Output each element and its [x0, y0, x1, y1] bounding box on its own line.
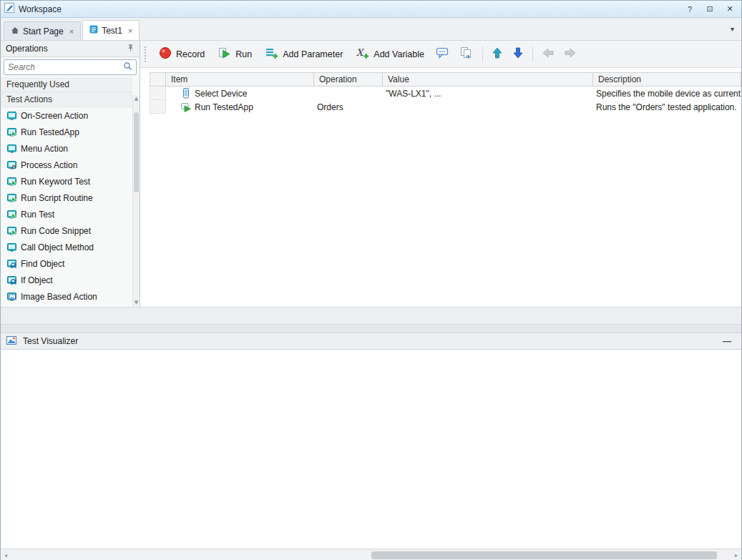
- scroll-up-icon[interactable]: ▲: [133, 95, 140, 103]
- search-icon[interactable]: [123, 62, 132, 73]
- move-up-button[interactable]: [488, 44, 507, 64]
- column-header-description[interactable]: Description: [593, 72, 741, 87]
- operation-label: Run TestedApp: [21, 127, 79, 137]
- svg-text:X: X: [356, 47, 365, 58]
- search-input[interactable]: [8, 62, 120, 72]
- item-label: Run TestedApp: [195, 102, 253, 112]
- operations-panel-header: Operations: [1, 41, 140, 57]
- grid-row[interactable]: Run TestedAppOrdersRuns the "Orders" tes…: [150, 100, 741, 114]
- operation-item[interactable]: Run Keyword Test: [1, 173, 132, 190]
- visualizer-minimize-button[interactable]: —: [718, 336, 736, 346]
- find-icon: [6, 260, 16, 268]
- record-label: Record: [176, 49, 205, 59]
- keyword-test-grid: ItemOperationValueDescription Select Dev…: [140, 68, 741, 307]
- scrollbar-thumb[interactable]: [371, 551, 717, 559]
- operation-label: Run Script Routine: [21, 193, 93, 203]
- operation-item[interactable]: Menu Action: [1, 140, 132, 157]
- back-button[interactable]: [538, 44, 558, 64]
- horizontal-scrollbar[interactable]: ◂ ▸: [1, 549, 741, 560]
- run-icon: [6, 210, 16, 219]
- maximize-button[interactable]: ⊡: [702, 3, 718, 16]
- item-cell: Select Device: [166, 88, 314, 99]
- operations-group-header[interactable]: Test Actions: [1, 92, 132, 107]
- tab-list-dropdown-icon[interactable]: ▾: [731, 25, 734, 33]
- screen-icon: [6, 144, 16, 153]
- visualizer-icon: [6, 335, 18, 348]
- column-header-operation[interactable]: Operation: [314, 72, 383, 87]
- operation-item[interactable]: Run Code Snippet: [1, 222, 132, 239]
- operation-label: Image Based Action: [21, 292, 97, 302]
- scrollbar-track[interactable]: [11, 551, 731, 560]
- workspace-window: Workspace ? ⊡ ✕ Start Page×Test1× ▾ Oper…: [0, 0, 742, 560]
- sidebar-scrollbar[interactable]: ▲ ▼: [132, 95, 140, 307]
- tab-close-icon[interactable]: ×: [69, 27, 74, 36]
- editor-panel-tabs: [1, 307, 741, 324]
- operation-item[interactable]: On-Screen Action: [1, 107, 132, 124]
- scroll-right-icon[interactable]: ▸: [731, 552, 741, 559]
- gear-icon: [6, 161, 16, 170]
- operation-label: Run Code Snippet: [21, 226, 91, 236]
- add-variable-icon: X: [356, 46, 369, 62]
- operations-group-header[interactable]: Frequently Used: [1, 77, 132, 92]
- add-parameter-button[interactable]: Add Parameter: [260, 44, 348, 64]
- operation-label: Menu Action: [21, 144, 68, 154]
- operation-item[interactable]: Call Object Method: [1, 239, 132, 255]
- toolbar-grip[interactable]: [145, 46, 147, 62]
- operation-item[interactable]: Run Script Routine: [1, 190, 132, 206]
- grid-body: Select Device"WAS-LX1", ...Specifies the…: [150, 87, 741, 114]
- add-variable-button[interactable]: X Add Variable: [351, 44, 430, 64]
- run-icon: [6, 177, 16, 186]
- run-icon: [218, 46, 231, 62]
- image-icon: [6, 293, 16, 301]
- pin-icon[interactable]: [127, 44, 135, 54]
- add-parameter-icon: [265, 46, 278, 62]
- grid-row[interactable]: Select Device"WAS-LX1", ...Specifies the…: [150, 87, 741, 100]
- scroll-down-icon[interactable]: ▼: [133, 299, 140, 307]
- gutter-cell: [150, 100, 166, 114]
- toolbar: Record Run Add Parameter X Add Variable: [140, 41, 741, 68]
- move-down-button[interactable]: [509, 44, 527, 64]
- operation-item[interactable]: If Object: [1, 272, 132, 288]
- operation-label: If Object: [21, 275, 53, 285]
- run-icon: [6, 194, 16, 202]
- operation-label: Process Action: [21, 160, 77, 170]
- value-cell: "WAS-LX1", ...: [383, 89, 593, 99]
- comment-button[interactable]: [432, 44, 454, 64]
- sidebar-scrollbar-thumb[interactable]: [134, 112, 139, 192]
- operation-label: Find Object: [21, 259, 64, 269]
- gutter-header: [150, 72, 166, 87]
- record-button[interactable]: Record: [153, 44, 210, 64]
- operation-item[interactable]: Run Test: [1, 206, 132, 222]
- runapp-icon: [180, 102, 192, 112]
- column-header-item[interactable]: Item: [166, 72, 314, 87]
- operations-panel: Operations Frequently UsedTest ActionsOn…: [1, 41, 140, 307]
- add-parameter-label: Add Parameter: [283, 49, 343, 59]
- column-header-value[interactable]: Value: [383, 72, 593, 87]
- forward-button[interactable]: [560, 44, 580, 64]
- operations-title: Operations: [6, 44, 48, 54]
- tab-label: Start Page: [23, 26, 64, 36]
- operation-label: Run Test: [21, 210, 54, 220]
- close-button[interactable]: ✕: [722, 3, 738, 16]
- test-visualizer-frames: [1, 350, 741, 549]
- description-cell: Runs the "Orders" tested application.: [593, 102, 741, 112]
- help-button[interactable]: ?: [682, 3, 698, 16]
- splitter[interactable]: [1, 324, 741, 333]
- operation-item[interactable]: Find Object: [1, 255, 132, 272]
- operation-item[interactable]: Process Action: [1, 157, 132, 173]
- operations-list: Frequently UsedTest ActionsOn-Screen Act…: [1, 77, 140, 307]
- copy-step-button[interactable]: [456, 44, 477, 64]
- tab-close-icon[interactable]: ×: [128, 26, 132, 35]
- grid-row-cells: Select Device"WAS-LX1", ...Specifies the…: [166, 87, 741, 100]
- gutter-cell: [150, 87, 166, 100]
- operation-item[interactable]: Run TestedApp: [1, 124, 132, 140]
- keyword-test-icon: [89, 25, 98, 36]
- operation-item[interactable]: Image Based Action: [1, 288, 132, 305]
- description-cell: Specifies the mobile device as current f: [593, 89, 741, 99]
- find-icon: [6, 276, 16, 285]
- scroll-left-icon[interactable]: ◂: [1, 552, 11, 559]
- search-box[interactable]: [4, 59, 137, 75]
- run-button[interactable]: Run: [213, 44, 258, 64]
- tab-start-page[interactable]: Start Page×: [4, 21, 81, 40]
- tab-test1[interactable]: Test1×: [82, 20, 140, 40]
